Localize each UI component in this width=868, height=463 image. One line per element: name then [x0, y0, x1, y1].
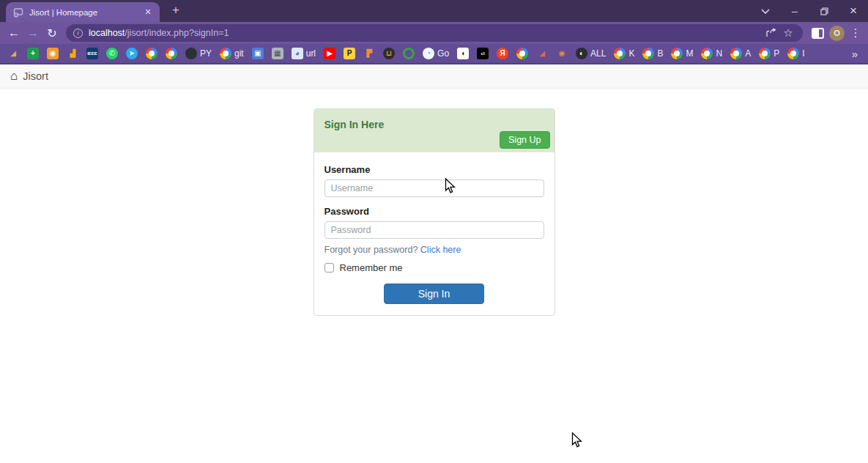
craigslist-icon[interactable]: cl — [477, 48, 489, 59]
globe-icon[interactable]: ◐ALL — [576, 48, 606, 59]
go-spiral-icon[interactable]: ◔Go — [423, 48, 449, 59]
ieee-icon[interactable]: IEEE — [86, 48, 98, 59]
address-bar[interactable]: i localhost/jisort/index.php?signIn=1 ☆ — [66, 24, 803, 42]
google-icon[interactable]: N — [701, 48, 722, 59]
site-navbar: ⌂ Jisort — [0, 64, 868, 89]
forgot-password-row: Forgot your password? Click here — [324, 245, 544, 255]
browser-menu-icon[interactable]: ⋮ — [847, 26, 864, 40]
url-path: /jisort/index.php?signIn=1 — [125, 28, 229, 38]
remember-me-row: Remember me — [324, 262, 544, 273]
brand-link[interactable]: Jisort — [23, 70, 48, 82]
page-content: Sign In Here Sign Up Username Password F… — [0, 108, 868, 459]
radio-icon[interactable]: ▦ — [272, 48, 283, 59]
google-icon[interactable] — [146, 48, 157, 59]
username-input[interactable] — [324, 179, 544, 197]
camera-orange-icon[interactable]: ◉ — [47, 48, 59, 59]
duck-icon[interactable]: ◖ — [457, 48, 469, 59]
new-tab-button[interactable]: + — [167, 1, 185, 19]
site-info-icon[interactable]: i — [73, 29, 83, 38]
home-icon[interactable]: ⌂ — [10, 69, 18, 84]
tab-favicon — [13, 7, 23, 18]
url-host: localhost — [89, 28, 125, 38]
browser-titlebar: Jisort | Homepage × + – × — [0, 0, 868, 22]
google-icon[interactable]: A — [730, 48, 751, 59]
tab-search-chevron-icon[interactable] — [751, 0, 780, 22]
google-icon[interactable]: B — [642, 48, 663, 59]
youtube-icon[interactable]: ▶ — [324, 48, 335, 59]
matlab-icon[interactable]: ◢ — [536, 48, 548, 59]
github-icon[interactable]: PY — [185, 48, 212, 59]
forward-icon[interactable]: → — [23, 24, 42, 42]
password-label: Password — [324, 206, 544, 217]
remember-me-checkbox[interactable] — [324, 263, 334, 273]
p-yellow-icon[interactable]: P — [344, 48, 355, 59]
google-icon[interactable]: P — [759, 48, 779, 59]
minimize-button[interactable]: – — [780, 0, 809, 22]
google-icon[interactable]: I — [787, 48, 804, 59]
close-window-button[interactable]: × — [839, 0, 868, 22]
yandex-icon[interactable]: Я — [497, 48, 508, 59]
google-icon[interactable] — [516, 48, 528, 59]
cart-icon[interactable]: ⊔ — [383, 48, 395, 59]
google-icon[interactable] — [166, 48, 177, 59]
username-label: Username — [324, 164, 544, 175]
side-panel-icon[interactable] — [809, 25, 826, 41]
adsense-icon[interactable]: ◢ — [7, 48, 19, 59]
reload-icon[interactable]: ↻ — [42, 24, 62, 42]
url-text: localhost/jisort/index.php?signIn=1 — [89, 28, 762, 38]
whatsapp-icon[interactable]: ✆ — [106, 48, 118, 59]
signin-card-body: Username Password Forgot your password? … — [314, 152, 554, 315]
tab-close-icon[interactable]: × — [142, 7, 154, 18]
google-icon[interactable]: M — [671, 48, 693, 59]
orange-eye-icon[interactable]: ◉ — [556, 48, 568, 59]
signin-title: Sign In Here — [324, 119, 544, 130]
bookmarks-overflow-icon[interactable]: » — [852, 48, 861, 60]
analytics-icon[interactable]: ▟ — [67, 48, 78, 59]
sign-up-button[interactable]: Sign Up — [500, 131, 549, 149]
bookmark-star-icon[interactable]: ☆ — [779, 25, 797, 41]
sign-in-button[interactable]: Sign In — [384, 284, 484, 304]
signin-card-header: Sign In Here Sign Up — [314, 109, 554, 152]
green-ring-icon[interactable] — [403, 48, 415, 59]
forgot-password-link[interactable]: Click here — [420, 245, 461, 255]
tab-title: Jisort | Homepage — [29, 8, 142, 17]
film-icon[interactable]: ▣ — [252, 48, 264, 59]
url-shortener-icon[interactable]: ◕url — [292, 48, 316, 59]
signin-card: Sign In Here Sign Up Username Password F… — [314, 108, 555, 316]
password-input[interactable] — [324, 221, 544, 239]
forgot-password-text: Forgot your password? — [324, 245, 418, 255]
back-icon[interactable]: ← — [4, 24, 23, 42]
telegram-icon[interactable]: ➤ — [126, 48, 138, 59]
bookmarks-bar: ◢+◉▟IEEE✆➤PYgit▣▦◕url▶P▛⊔◔Go◖clЯ◢◉◐ALLKB… — [0, 44, 868, 64]
sheets-cross-icon[interactable]: + — [27, 48, 39, 59]
google-icon[interactable]: git — [220, 48, 244, 59]
restore-button[interactable] — [809, 0, 839, 22]
browser-tab[interactable]: Jisort | Homepage × — [6, 2, 160, 22]
google-icon[interactable]: K — [614, 48, 634, 59]
profile-avatar[interactable]: O — [829, 26, 845, 41]
share-icon[interactable] — [762, 25, 779, 41]
browser-toolbar: ← → ↻ i localhost/jisort/index.php?signI… — [0, 22, 868, 44]
remember-me-label: Remember me — [340, 262, 403, 273]
movie-camera-icon[interactable]: ▛ — [363, 48, 375, 59]
